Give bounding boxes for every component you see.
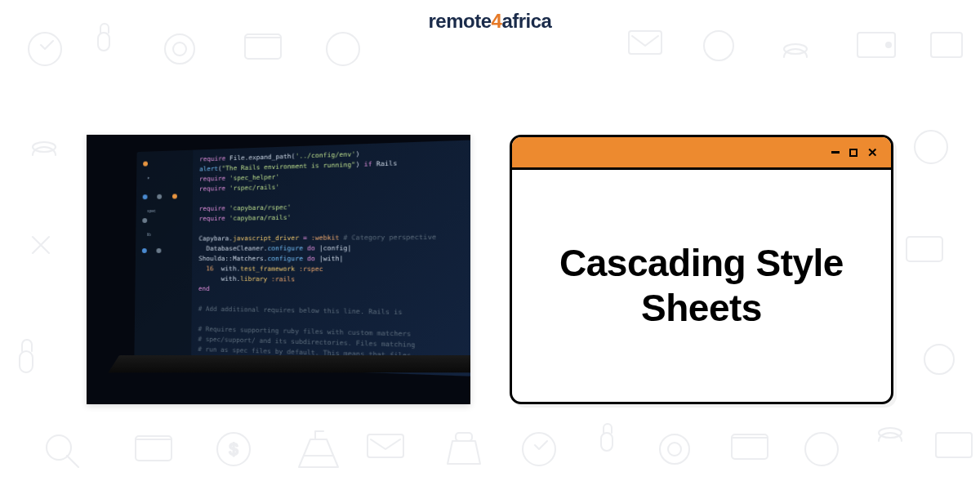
ide-sidebar: ▸ spec lib (134, 150, 193, 367)
svg-point-10 (886, 42, 891, 47)
window-body: Cascading Style Sheets (512, 170, 891, 402)
svg-point-0 (29, 33, 61, 65)
laptop-base (109, 355, 470, 372)
content-row: ▸ spec lib require File.expand_path('../… (0, 65, 980, 490)
brand-suffix: africa (501, 10, 551, 32)
svg-rect-1 (98, 33, 109, 51)
close-icon: ✕ (867, 146, 878, 158)
svg-point-7 (704, 31, 733, 60)
laptop-screen: ▸ spec lib require File.expand_path('../… (134, 139, 470, 377)
svg-point-2 (165, 34, 194, 64)
minimize-icon (831, 151, 840, 154)
ide-code-area: require File.expand_path('../config/env'… (198, 145, 470, 377)
svg-rect-6 (629, 31, 662, 54)
brand-accent: 4 (492, 10, 502, 32)
maximize-icon (849, 149, 858, 157)
card-title: Cascading Style Sheets (537, 241, 866, 331)
svg-point-8 (784, 44, 807, 54)
svg-point-5 (327, 33, 359, 65)
window-titlebar: ✕ (512, 137, 891, 170)
svg-rect-4 (245, 34, 281, 59)
svg-point-3 (173, 42, 186, 56)
code-laptop-photo: ▸ spec lib require File.expand_path('../… (87, 135, 470, 404)
svg-rect-9 (858, 33, 895, 57)
window-card: ✕ Cascading Style Sheets (510, 135, 893, 404)
svg-rect-11 (931, 33, 962, 57)
header: remote4africa (0, 10, 980, 33)
brand-prefix: remote (429, 10, 492, 32)
brand-logo: remote4africa (429, 10, 552, 33)
